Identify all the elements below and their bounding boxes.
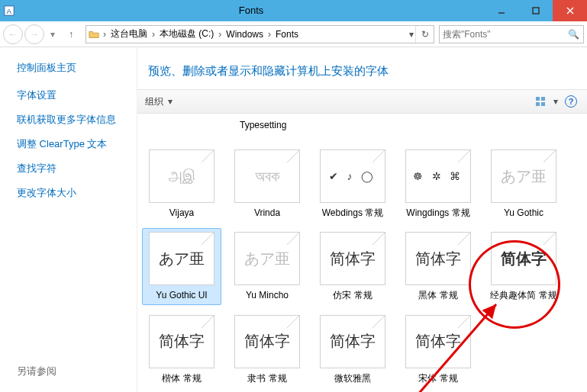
breadcrumb-sep: ›: [102, 29, 108, 40]
history-dropdown[interactable]: ▾: [46, 29, 60, 40]
window-title: Fonts: [18, 0, 484, 21]
svg-rect-6: [536, 97, 540, 101]
font-thumb: 简体字: [320, 315, 385, 368]
search-input[interactable]: [443, 29, 566, 40]
forward-button[interactable]: →: [24, 24, 44, 44]
sidebar-link[interactable]: 联机获取更多字体信息: [17, 113, 137, 127]
sidebar-link[interactable]: 字体设置: [17, 88, 137, 102]
font-item[interactable]: あア亜Yu Gothic: [484, 146, 563, 222]
font-label: 黑体 常规: [418, 290, 457, 300]
sidebar-link[interactable]: 查找字符: [17, 162, 137, 175]
font-label: Webdings 常规: [322, 207, 383, 218]
font-grid: TypesettingஅஇVijayaঅবকVrinda✔ ♪ ◯Webding…: [142, 120, 587, 387]
minimize-button[interactable]: [484, 0, 518, 21]
font-item[interactable]: 简体字楷体 常规: [142, 311, 221, 387]
up-button[interactable]: ↑: [61, 24, 81, 44]
svg-rect-7: [541, 97, 545, 101]
page-heading: 预览、删除或者显示和隐藏计算机上安装的字体: [137, 47, 587, 89]
search-box[interactable]: 🔍: [439, 25, 584, 43]
font-thumb: அஇ: [149, 149, 214, 203]
font-thumb: あア亜: [491, 149, 556, 203]
refresh-button[interactable]: ↻: [415, 26, 434, 43]
view-button[interactable]: [532, 93, 549, 110]
breadcrumb-item[interactable]: 本地磁盘 (C:): [156, 26, 217, 43]
close-button[interactable]: [553, 0, 587, 21]
font-item[interactable]: 简体字经典趣体简 常规: [484, 228, 563, 304]
organize-button[interactable]: 组织: [145, 95, 163, 108]
sidebar-footer: 另请参阅: [17, 365, 137, 392]
font-item[interactable]: あア亜Yu Gothic UI: [142, 228, 221, 304]
addr-caret[interactable]: ▾: [408, 29, 415, 40]
font-item[interactable]: ✔ ♪ ◯Webdings 常规: [313, 146, 392, 222]
sidebar: 控制面板主页 字体设置 联机获取更多字体信息 调整 ClearType 文本 查…: [0, 47, 137, 392]
font-label: Yu Gothic: [504, 207, 543, 218]
sidebar-home[interactable]: 控制面板主页: [17, 61, 137, 75]
breadcrumb-item[interactable]: Fonts: [273, 26, 302, 43]
font-item[interactable]: 简体字仿宋 常规: [313, 228, 392, 304]
font-label: 隶书 常规: [247, 373, 286, 384]
font-thumb: 简体字: [149, 315, 214, 368]
back-button[interactable]: ←: [3, 24, 23, 44]
help-button[interactable]: ?: [563, 93, 579, 110]
font-thumb: ✔ ♪ ◯: [320, 149, 385, 203]
font-item[interactable]: அஇVijaya: [142, 146, 221, 222]
font-item[interactable]: 简体字宋体 常规: [398, 311, 478, 387]
view-caret[interactable]: ▾: [553, 96, 558, 107]
font-thumb: あア亜: [234, 232, 300, 285]
app-icon: A: [0, 0, 18, 21]
breadcrumb-item[interactable]: Windows: [223, 26, 266, 43]
font-label: Wingdings 常规: [406, 207, 469, 218]
svg-rect-8: [536, 102, 540, 106]
address-bar[interactable]: › 这台电脑 › 本地磁盘 (C:) › Windows › Fonts ▾ ↻: [85, 25, 434, 43]
font-thumb: 简体字: [405, 232, 471, 285]
search-icon[interactable]: 🔍: [566, 29, 580, 40]
font-label: Typesetting: [240, 120, 286, 130]
maximize-button[interactable]: [518, 0, 553, 21]
font-thumb: ☸ ✲ ⌘: [405, 149, 471, 203]
sidebar-link[interactable]: 调整 ClearType 文本: [17, 137, 137, 151]
font-item[interactable]: 简体字微软雅黑: [313, 311, 392, 387]
font-item[interactable]: 简体字黑体 常规: [398, 228, 478, 304]
font-label: Yu Mincho: [246, 290, 289, 300]
font-label: 经典趣体简 常规: [490, 290, 556, 300]
font-thumb: অবক: [234, 149, 300, 203]
font-thumb: 简体字: [405, 315, 471, 368]
svg-rect-9: [541, 102, 545, 106]
help-icon: ?: [565, 95, 577, 108]
font-thumb: 简体字: [234, 315, 300, 368]
font-thumb: 简体字: [320, 232, 385, 285]
nav-bar: ← → ▾ ↑ › 这台电脑 › 本地磁盘 (C:) › Windows › F…: [0, 21, 587, 47]
folder-icon: [86, 29, 102, 40]
breadcrumb-item[interactable]: 这台电脑: [108, 26, 150, 43]
title-bar: A Fonts: [0, 0, 587, 21]
font-item[interactable]: 简体字隶书 常规: [227, 311, 307, 387]
toolbar: 组织 ▾ ▾ ?: [137, 89, 587, 114]
main-pane: 预览、删除或者显示和隐藏计算机上安装的字体 组织 ▾ ▾ ? Typesetti…: [137, 47, 587, 392]
svg-rect-3: [533, 8, 539, 14]
font-label: Vrinda: [254, 207, 280, 218]
font-thumb: 简体字: [491, 232, 556, 285]
sidebar-link[interactable]: 更改字体大小: [17, 186, 137, 200]
font-item[interactable]: ☸ ✲ ⌘Wingdings 常规: [398, 146, 478, 222]
font-label: Yu Gothic UI: [156, 290, 207, 300]
font-label: 仿宋 常规: [333, 290, 372, 300]
organize-caret[interactable]: ▾: [168, 96, 173, 107]
font-item[interactable]: অবকVrinda: [227, 146, 307, 222]
font-label: 微软雅黑: [334, 373, 371, 384]
font-thumb: あア亜: [149, 232, 214, 285]
font-label: 宋体 常规: [418, 373, 457, 384]
font-label: 楷体 常规: [162, 373, 201, 384]
svg-text:A: A: [7, 7, 12, 15]
font-item[interactable]: あア亜Yu Mincho: [227, 228, 307, 304]
font-label: Vijaya: [169, 207, 194, 218]
